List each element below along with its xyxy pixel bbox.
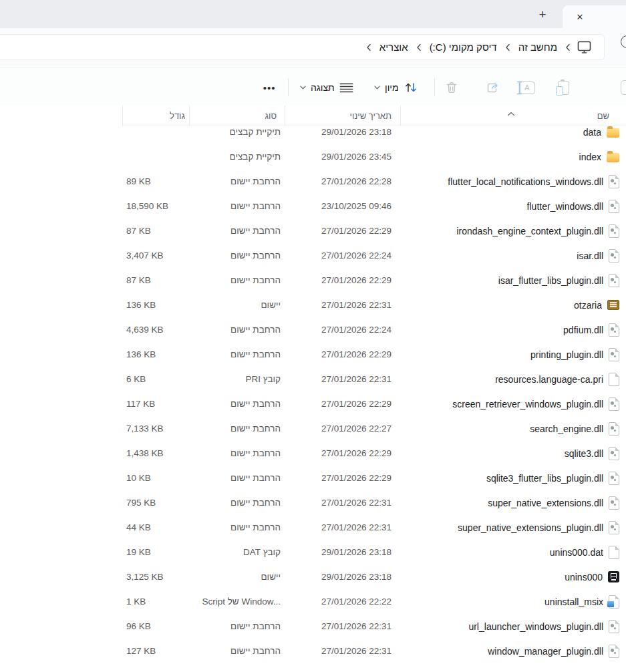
type-cell: הרחבת יישום (189, 325, 285, 335)
table-row[interactable]: sqlite3.dll 27/01/2026 22:29 הרחבת יישום… (0, 441, 626, 466)
date-modified-cell: 27/01/2026 22:29 (285, 349, 400, 359)
size-cell: 19 KB (122, 547, 189, 557)
date-modified-cell: 27/01/2026 22:29 (285, 473, 400, 483)
type-cell: הרחבת יישום (189, 201, 285, 211)
table-row[interactable]: irondash_engine_context_plugin.dll 27/01… (0, 218, 626, 243)
type-cell: הרחבת יישום (189, 498, 285, 508)
column-header-date-modified[interactable]: תאריך שינוי (285, 106, 400, 126)
book-icon (607, 300, 619, 310)
share-button[interactable] (480, 75, 506, 100)
name-cell: flutter_windows.dll (400, 200, 626, 213)
table-row[interactable]: resources.language-ca.pri 27/01/2026 22:… (0, 367, 626, 391)
dll-icon (609, 447, 619, 460)
dll-icon (609, 645, 619, 658)
table-row[interactable]: pdfium.dll 27/01/2026 22:24 הרחבת יישום … (0, 317, 626, 342)
view-button[interactable]: תצוגה (295, 75, 359, 100)
name-cell: sqlite3.dll (400, 447, 626, 460)
table-row[interactable]: isar_flutter_libs_plugin.dll 27/01/2026 … (0, 268, 626, 293)
file-name: otzaria (574, 300, 602, 311)
chevron-down-icon (300, 86, 306, 90)
table-row[interactable]: printing_plugin.dll 27/01/2026 22:29 הרח… (0, 342, 626, 367)
name-cell: super_native_extensions.dll (400, 496, 626, 510)
dll-icon (609, 472, 619, 485)
column-header-type[interactable]: סוג (189, 106, 285, 126)
tab-bar: + ✕ (0, 0, 626, 28)
table-row[interactable]: search_engine.dll 27/01/2026 22:27 הרחבת… (0, 416, 626, 441)
list-view-icon (339, 81, 353, 94)
new-tab-button[interactable]: + (534, 6, 551, 23)
table-row[interactable]: isar.dll 27/01/2026 22:24 הרחבת יישום 3,… (0, 243, 626, 268)
breadcrumb-local-disk-c[interactable]: דיסק מקומי (C:) (424, 41, 503, 53)
clipboard-edge-icon[interactable] (620, 75, 626, 100)
refresh-icon[interactable] (621, 35, 626, 48)
type-cell: הרחבת יישום (189, 646, 285, 656)
type-cell: הרחבת יישום (189, 473, 285, 483)
date-modified-cell: 29/01/2026 23:18 (285, 127, 400, 137)
name-cell: isar.dll (400, 249, 626, 263)
table-row[interactable]: super_native_extensions_plugin.dll 27/01… (0, 515, 626, 540)
breadcrumb-this-pc[interactable]: מחשב זה (512, 41, 563, 53)
name-cell: screen_retriever_windows_plugin.dll (400, 397, 626, 411)
file-name: window_manager_plugin.dll (488, 646, 603, 657)
toolbar-divider (434, 78, 435, 96)
chevron-left-icon[interactable] (416, 43, 422, 51)
file-name: flutter_windows.dll (527, 201, 603, 212)
table-row[interactable]: super_native_extensions.dll 27/01/2026 2… (0, 490, 626, 515)
table-row[interactable]: index 29/01/2026 23:45 תיקיית קבצים (0, 144, 626, 169)
chevron-left-icon[interactable] (565, 43, 571, 51)
date-modified-cell: 27/01/2026 22:29 (285, 226, 400, 236)
table-row[interactable]: window_manager_plugin.dll 27/01/2026 22:… (0, 639, 626, 663)
date-modified-cell: 27/01/2026 22:31 (285, 621, 400, 631)
size-cell: 6 KB (122, 374, 189, 384)
column-header-size[interactable]: גודל (122, 106, 189, 126)
table-row[interactable]: unins000 29/01/2026 23:18 יישום 3,125 KB (0, 564, 626, 589)
column-header-row: שם תאריך שינוי סוג גודל (0, 106, 626, 126)
size-cell: 7,133 KB (122, 424, 189, 434)
paste-button[interactable] (550, 75, 577, 100)
type-cell: תיקיית קבצים (189, 152, 285, 162)
chevron-left-icon[interactable] (366, 43, 371, 51)
table-row[interactable]: uninstall_msix 27/01/2026 22:22 Script ש… (0, 589, 626, 614)
type-cell: הרחבת יישום (189, 424, 285, 434)
file-name: pdfium.dll (563, 325, 603, 335)
date-modified-cell: 27/01/2026 22:24 (285, 250, 400, 261)
breadcrumb-otzaria[interactable]: אוצריא (373, 41, 414, 53)
name-cell: sqlite3_flutter_libs_plugin.dll (400, 472, 626, 485)
size-cell: 96 KB (122, 621, 189, 631)
file-name: data (583, 127, 601, 138)
active-tab[interactable]: ✕ (562, 5, 626, 29)
tab-close-icon[interactable]: ✕ (572, 9, 588, 25)
dll-icon (609, 175, 619, 188)
file-name: printing_plugin.dll (530, 349, 603, 360)
date-modified-cell: 27/01/2026 22:31 (285, 522, 400, 532)
sort-button[interactable]: מיון (369, 75, 424, 100)
dll-icon (609, 496, 619, 510)
chevron-left-icon[interactable] (505, 43, 510, 51)
command-toolbar: A מיון תצוגה ••• (0, 67, 626, 107)
table-row[interactable]: otzaria 27/01/2026 22:31 יישום 136 KB (0, 293, 626, 317)
address-box[interactable]: מחשב זה דיסק מקומי (C:) אוצריא (0, 34, 605, 60)
more-options-button[interactable]: ••• (256, 75, 283, 104)
table-row[interactable]: flutter_local_notifications_windows.dll … (0, 169, 626, 194)
rename-button[interactable]: A (514, 75, 540, 100)
file-name: irondash_engine_context_plugin.dll (456, 226, 603, 236)
name-cell: search_engine.dll (400, 422, 626, 436)
type-cell: הרחבת יישום (189, 522, 285, 532)
date-modified-cell: 23/10/2025 09:46 (285, 201, 400, 211)
delete-button[interactable] (438, 75, 465, 100)
table-row[interactable]: unins000.dat 29/01/2026 23:18 קובץ DAT 1… (0, 540, 626, 564)
table-row[interactable]: screen_retriever_windows_plugin.dll 27/0… (0, 391, 626, 416)
script-icon (609, 595, 619, 609)
view-label: תצוגה (311, 82, 335, 93)
date-modified-cell: 27/01/2026 22:29 (285, 275, 400, 285)
table-row[interactable]: flutter_windows.dll 23/10/2025 09:46 הרח… (0, 194, 626, 218)
table-row[interactable]: url_launcher_windows_plugin.dll 27/01/20… (0, 614, 626, 639)
name-cell: printing_plugin.dll (400, 348, 626, 361)
size-cell: 3,125 KB (122, 572, 189, 582)
file-name: super_native_extensions_plugin.dll (458, 522, 603, 533)
size-cell: 44 KB (122, 522, 189, 532)
dll-icon (609, 323, 619, 337)
table-row[interactable]: sqlite3_flutter_libs_plugin.dll 27/01/20… (0, 466, 626, 490)
file-name: sqlite3_flutter_libs_plugin.dll (486, 473, 603, 484)
dll-icon (609, 620, 619, 633)
